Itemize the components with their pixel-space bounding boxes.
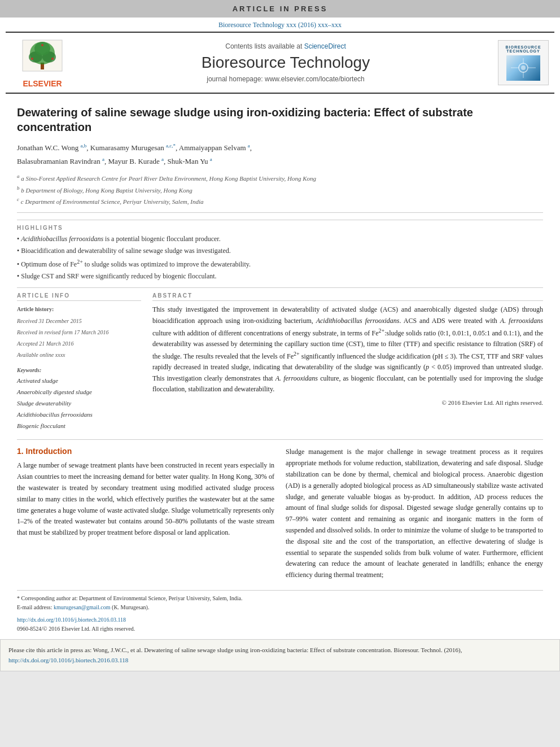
highlight-item-1: Acidithiobacillus ferrooxidans is a pote…	[17, 234, 543, 244]
doi-link[interactable]: http://dx.doi.org/10.1016/j.biortech.201…	[17, 617, 126, 623]
elsevier-label: ELSEVIER	[23, 79, 62, 88]
authors: Jonathan W.C. Wong a,b, Kumarasamy Murug…	[17, 141, 543, 168]
elsevier-logo-box: ELSEVIER	[6, 37, 79, 88]
svg-point-5	[34, 42, 50, 55]
journal-reference-link[interactable]: Bioresource Technology xxx (2016) xxx–xx…	[218, 21, 342, 29]
affiliation-a: a a Sino-Forest Applied Research Centre …	[17, 172, 543, 184]
keywords-label: Keywords:	[17, 367, 141, 373]
journal-center: Contents lists available at ScienceDirec…	[79, 42, 492, 83]
intro-col-left: 1. Introduction A large number of sewage…	[17, 447, 274, 581]
intro-heading: 1. Introduction	[17, 447, 274, 456]
citation-text: Please cite this article in press as: Wo…	[8, 646, 462, 653]
svg-point-7	[51, 58, 54, 60]
svg-point-6	[31, 58, 33, 60]
article-body: Dewatering of saline sewage sludge using…	[0, 94, 560, 634]
intro-paragraph-2: Sludge management is the major challenge…	[286, 447, 543, 581]
keywords-section: Keywords: Activated sludge Anaerobically…	[17, 367, 141, 431]
history-accepted: Accepted 21 March 2016	[17, 339, 141, 349]
keyword-5: Biogenic flocculant	[17, 421, 141, 432]
intro-paragraph-1: A large number of sewage treatment plant…	[17, 460, 274, 539]
bioresource-logo: BIORESOURCE TECHNOLOGY	[498, 40, 549, 85]
highlights-section: HIGHLIGHTS Acidithiobacillus ferrooxidan…	[17, 220, 543, 281]
abstract-text: This study investigated the improvement …	[152, 304, 543, 395]
history-heading: Article history:	[17, 304, 141, 314]
bioresource-logo-box: BIORESOURCE TECHNOLOGY	[492, 40, 554, 85]
journal-link-bar: Bioresource Technology xxx (2016) xxx–xx…	[0, 18, 560, 32]
keyword-2: Anaerobically digested sludge	[17, 387, 141, 398]
history-online: Available online xxxx	[17, 350, 141, 360]
keyword-4: Acidithiobacillus ferrooxidans	[17, 409, 141, 421]
email-label: E-mail address:	[17, 604, 52, 610]
contents-line: Contents lists available at ScienceDirec…	[79, 42, 492, 50]
email-attribution: (K. Murugesan).	[112, 604, 149, 610]
article-info-col: ARTICLE INFO Article history: Received 3…	[17, 292, 141, 431]
elsevier-tree-icon	[20, 37, 65, 77]
highlight-item-3: Optimum dose of Fe2+ to sludge solids wa…	[17, 258, 543, 269]
affiliations: a a Sino-Forest Applied Research Centre …	[17, 172, 543, 207]
article-title-section: Dewatering of saline sewage sludge using…	[17, 94, 543, 213]
affiliation-c: c c Department of Environmental Science,…	[17, 195, 543, 207]
abstract-label: ABSTRACT	[152, 292, 543, 301]
introduction-section: 1. Introduction A large number of sewage…	[17, 439, 543, 581]
email-note: E-mail address: kmurugesan@gmail.com (K.…	[17, 603, 543, 612]
keyword-3: Sludge dewaterability	[17, 398, 141, 409]
highlight-item-2: Bioacidification and dewaterability of s…	[17, 246, 543, 256]
intro-col-right: Sludge management is the major challenge…	[286, 447, 543, 581]
highlight-item-4: Sludge CST and SRF were significantly re…	[17, 272, 543, 281]
sciencedirect-link[interactable]: ScienceDirect	[304, 42, 346, 50]
article-info-abstract-section: ARTICLE INFO Article history: Received 3…	[17, 287, 543, 431]
citation-doi-link[interactable]: http://dx.doi.org/10.1016/j.biortech.201…	[8, 657, 128, 663]
affiliation-b: b b Department of Biology, Hong Kong Bap…	[17, 184, 543, 195]
journal-title: Bioresource Technology	[79, 54, 492, 72]
svg-point-10	[521, 65, 526, 70]
svg-point-8	[41, 44, 43, 46]
email-link[interactable]: kmurugesan@gmail.com	[54, 604, 111, 610]
abstract-col: ABSTRACT This study investigated the imp…	[152, 292, 543, 431]
journal-header: ELSEVIER Contents lists available at Sci…	[6, 32, 554, 94]
article-history: Article history: Received 31 December 20…	[17, 304, 141, 360]
corresponding-author-note: * Corresponding author at: Department of…	[17, 594, 543, 603]
journal-homepage: journal homepage: www.elsevier.com/locat…	[79, 75, 492, 83]
history-revised: Received in revised form 17 March 2016	[17, 327, 141, 338]
doi-line: http://dx.doi.org/10.1016/j.biortech.201…	[17, 615, 543, 624]
issn-line: 0960-8524/© 2016 Elsevier Ltd. All right…	[17, 624, 543, 634]
keywords-list: Activated sludge Anaerobically digested …	[17, 375, 141, 431]
history-received: Received 31 December 2015	[17, 316, 141, 326]
highlights-label: HIGHLIGHTS	[17, 225, 543, 231]
citation-bar: Please cite this article in press as: Wo…	[0, 639, 560, 671]
footnote-area: * Corresponding author at: Department of…	[17, 590, 543, 634]
article-title: Dewatering of saline sewage sludge using…	[17, 105, 543, 134]
keyword-1: Activated sludge	[17, 375, 141, 387]
article-info-label: ARTICLE INFO	[17, 292, 141, 301]
copyright-line: © 2016 Elsevier Ltd. All rights reserved…	[152, 399, 543, 406]
contents-label: Contents lists available at	[225, 42, 302, 50]
intro-two-col: 1. Introduction A large number of sewage…	[17, 447, 543, 581]
article-in-press-banner: ARTICLE IN PRESS	[0, 0, 560, 18]
highlights-list: Acidithiobacillus ferrooxidans is a pote…	[17, 234, 543, 281]
